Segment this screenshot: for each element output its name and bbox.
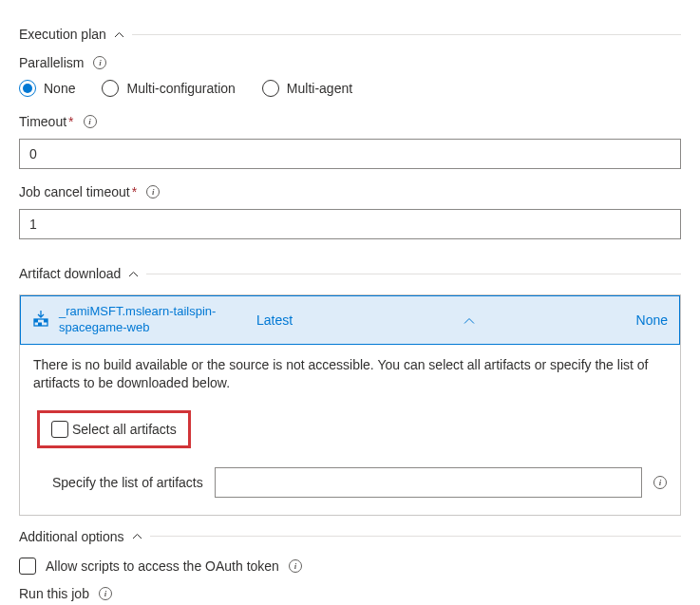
artifact-panel: _ramiMSFT.mslearn-tailspin-spacegame-web… <box>19 294 681 516</box>
job-cancel-timeout-input[interactable] <box>19 209 681 239</box>
allow-scripts-label: Allow scripts to access the OAuth token <box>46 558 279 574</box>
chevron-up-icon <box>128 271 139 277</box>
radio-none[interactable]: None <box>19 80 75 97</box>
info-icon[interactable]: i <box>289 559 302 573</box>
section-divider <box>132 34 681 35</box>
parallelism-label-row: Parallelism i <box>19 55 681 70</box>
section-header-artifact[interactable]: Artifact download <box>19 266 681 281</box>
radio-multi-agent-label: Multi-agent <box>287 81 352 96</box>
artifact-download-icon <box>32 310 49 330</box>
select-all-label: Select all artifacts <box>72 422 177 437</box>
radio-circle-selected <box>19 80 36 97</box>
section-title-artifact: Artifact download <box>19 266 121 281</box>
radio-circle <box>102 80 119 97</box>
job-cancel-timeout-label-row: Job cancel timeout* i <box>19 184 681 199</box>
section-title-execution: Execution plan <box>19 27 106 42</box>
section-divider <box>146 274 681 274</box>
info-icon[interactable]: i <box>99 587 112 600</box>
section-header-additional[interactable]: Additional options <box>19 529 681 544</box>
artifact-collapse-chevron[interactable] <box>464 312 475 328</box>
svg-rect-2 <box>38 323 42 327</box>
parallelism-radio-group: None Multi-configuration Multi-agent <box>19 80 681 97</box>
radio-circle <box>262 80 279 97</box>
parallelism-label: Parallelism <box>19 55 84 70</box>
chevron-up-icon <box>114 31 124 38</box>
allow-scripts-checkbox[interactable] <box>19 558 36 575</box>
specify-label: Specify the list of artifacts <box>52 475 203 490</box>
artifact-body: There is no build available or the sourc… <box>20 345 680 515</box>
artifact-version: Latest <box>256 312 293 328</box>
radio-multi-config-label: Multi-configuration <box>126 81 235 96</box>
artifact-header-row[interactable]: _ramiMSFT.mslearn-tailspin-spacegame-web… <box>20 295 680 345</box>
info-icon[interactable]: i <box>653 476 667 489</box>
select-all-artifacts-highlight: Select all artifacts <box>37 410 191 448</box>
svg-rect-1 <box>34 319 38 323</box>
info-icon[interactable]: i <box>146 185 160 199</box>
svg-rect-3 <box>44 319 47 323</box>
radio-multi-agent[interactable]: Multi-agent <box>262 80 352 97</box>
job-cancel-timeout-label: Job cancel timeout* <box>19 184 137 199</box>
run-job-row: Run this job i <box>19 586 681 601</box>
run-job-label: Run this job <box>19 586 89 601</box>
artifact-name: _ramiMSFT.mslearn-tailspin-spacegame-web <box>59 304 239 336</box>
artifact-selection: None <box>636 312 668 328</box>
specify-artifacts-input[interactable] <box>215 467 642 498</box>
chevron-up-icon <box>132 533 142 539</box>
section-divider <box>150 536 681 537</box>
info-icon[interactable]: i <box>84 115 97 128</box>
timeout-label-row: Timeout* i <box>19 114 681 129</box>
select-all-checkbox[interactable] <box>51 421 68 438</box>
section-header-execution[interactable]: Execution plan <box>19 27 681 42</box>
allow-scripts-row: Allow scripts to access the OAuth token … <box>19 558 681 575</box>
timeout-input[interactable] <box>19 139 681 169</box>
section-title-additional: Additional options <box>19 529 124 544</box>
specify-artifacts-row: Specify the list of artifacts i <box>33 467 667 498</box>
artifact-message: There is no build available or the sourc… <box>33 356 667 393</box>
radio-multi-config[interactable]: Multi-configuration <box>102 80 235 97</box>
timeout-label: Timeout* <box>19 114 74 129</box>
radio-none-label: None <box>44 81 75 96</box>
info-icon[interactable]: i <box>93 56 106 69</box>
